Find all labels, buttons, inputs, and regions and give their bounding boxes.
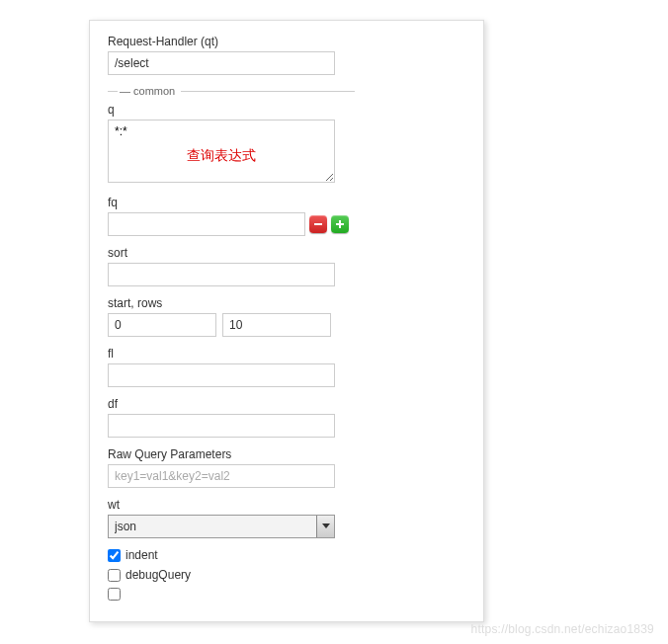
qt-label: Request-Handler (qt) <box>108 35 465 48</box>
start-input[interactable] <box>108 313 216 337</box>
raw-label: Raw Query Parameters <box>108 447 355 461</box>
sort-input[interactable] <box>108 263 335 286</box>
debug-checkbox[interactable] <box>108 569 121 582</box>
truncated-row <box>108 588 355 601</box>
indent-row: indent <box>108 548 355 562</box>
wt-select[interactable]: json <box>108 515 335 538</box>
query-form-panel: Request-Handler (qt) — common q *:* 查询表达… <box>89 20 484 622</box>
wt-field-group: wt json <box>108 498 355 538</box>
fq-label: fq <box>108 196 355 209</box>
df-input[interactable] <box>108 414 335 438</box>
fl-label: fl <box>108 347 355 361</box>
debug-label: debugQuery <box>125 568 191 582</box>
debug-row: debugQuery <box>108 568 355 582</box>
wt-label: wt <box>108 498 355 512</box>
fq-remove-button[interactable] <box>309 215 327 233</box>
startrows-field-group: start, rows <box>108 296 355 337</box>
q-field-group: q *:* 查询表达式 <box>108 103 355 186</box>
common-legend: — common <box>118 85 181 97</box>
rows-input[interactable] <box>222 313 331 337</box>
minus-icon <box>313 219 323 229</box>
startrows-label: start, rows <box>108 296 355 310</box>
qt-input[interactable] <box>108 51 335 75</box>
indent-checkbox[interactable] <box>108 549 121 562</box>
sort-field-group: sort <box>108 246 355 286</box>
fl-field-group: fl <box>108 347 355 387</box>
indent-label: indent <box>125 548 158 562</box>
raw-field-group: Raw Query Parameters <box>108 447 355 488</box>
svg-rect-0 <box>314 223 322 225</box>
raw-input[interactable] <box>108 464 335 488</box>
svg-rect-2 <box>339 220 341 228</box>
df-label: df <box>108 397 355 411</box>
watermark-text: https://blog.csdn.net/echizao1839 <box>471 622 654 636</box>
fq-add-button[interactable] <box>331 215 349 233</box>
fq-field-group: fq <box>108 196 355 236</box>
wt-select-wrap: json <box>108 515 335 538</box>
fq-input[interactable] <box>108 212 305 236</box>
q-textarea-wrap: *:* 查询表达式 <box>108 120 335 186</box>
qt-field-group: Request-Handler (qt) <box>108 35 465 75</box>
q-label: q <box>108 103 355 117</box>
startrows-row <box>108 313 355 337</box>
df-field-group: df <box>108 397 355 438</box>
fq-row <box>108 212 355 236</box>
fl-input[interactable] <box>108 363 335 387</box>
plus-icon <box>335 219 345 229</box>
common-fieldset: — common q *:* 查询表达式 fq sort <box>108 85 355 601</box>
q-textarea[interactable]: *:* <box>108 120 335 183</box>
truncated-checkbox[interactable] <box>108 588 121 601</box>
sort-label: sort <box>108 246 355 260</box>
